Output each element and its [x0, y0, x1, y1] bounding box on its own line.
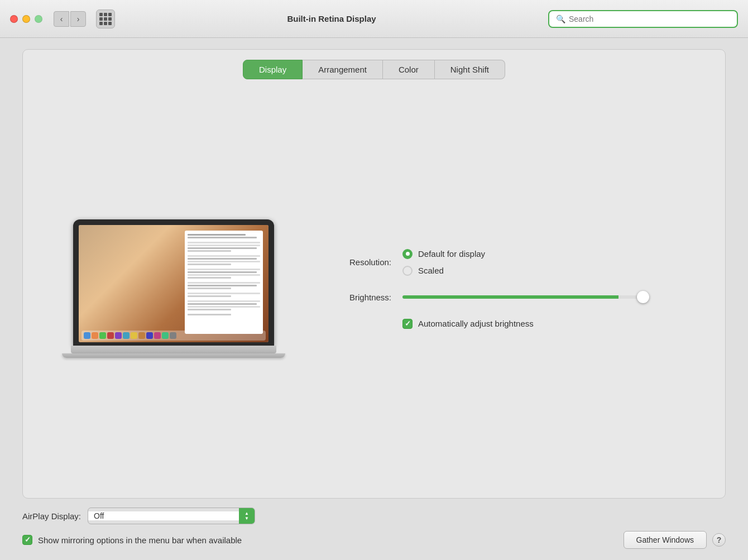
dock-icon — [146, 332, 153, 339]
search-box[interactable]: 🔍 — [548, 10, 738, 28]
window-title: Built-in Retina Display — [122, 14, 541, 23]
resolution-scaled-label: Scaled — [418, 266, 444, 275]
bottom-actions: Gather Windows ? — [624, 531, 726, 549]
panel: Display Arrangement Color Night Shift — [22, 49, 726, 499]
tab-display[interactable]: Display — [243, 60, 303, 79]
bottom-controls: AirPlay Display: Off ▲ ▼ ✓ Show mirrorin… — [22, 499, 726, 549]
airplay-row: AirPlay Display: Off ▲ ▼ — [22, 508, 726, 524]
grid-button[interactable] — [96, 9, 115, 28]
minimize-button[interactable] — [22, 15, 30, 23]
settings-area: Resolution: Default for display Scaled — [291, 249, 692, 329]
mirroring-gather-row: ✓ Show mirroring options in the menu bar… — [22, 531, 726, 549]
brightness-row: Brightness: — [324, 293, 692, 302]
laptop-foot — [62, 353, 285, 358]
airplay-label: AirPlay Display: — [22, 511, 81, 521]
dock-icon — [162, 332, 169, 339]
back-button[interactable]: ‹ — [54, 11, 69, 27]
resolution-label: Resolution: — [324, 257, 391, 267]
resolution-row: Resolution: Default for display Scaled — [324, 249, 692, 276]
mirroring-row: ✓ Show mirroring options in the menu bar… — [22, 535, 242, 545]
resolution-default-option[interactable]: Default for display — [402, 249, 485, 259]
resolution-scaled-radio[interactable] — [402, 266, 413, 276]
dock-icon — [131, 332, 137, 339]
brightness-slider[interactable] — [402, 295, 648, 299]
tab-night-shift[interactable]: Night Shift — [435, 60, 505, 79]
airplay-value: Off — [88, 511, 239, 520]
dock-icon — [115, 332, 122, 339]
resolution-options: Default for display Scaled — [402, 249, 485, 276]
brightness-thumb[interactable] — [637, 291, 649, 303]
airplay-dropdown[interactable]: Off ▲ ▼ — [88, 508, 255, 524]
nav-buttons: ‹ › — [54, 11, 86, 27]
laptop-screen-outer — [73, 219, 274, 346]
tab-color[interactable]: Color — [383, 60, 435, 79]
dock-icon — [138, 332, 145, 339]
dock-icon — [123, 332, 130, 339]
laptop-illustration — [56, 219, 291, 358]
dock-icon — [92, 332, 98, 339]
tabs-bar: Display Arrangement Color Night Shift — [23, 50, 725, 79]
dock-icon — [84, 332, 90, 339]
titlebar: ‹ › Built-in Retina Display 🔍 — [0, 0, 748, 38]
tab-arrangement[interactable]: Arrangement — [303, 60, 383, 79]
search-icon: 🔍 — [556, 15, 565, 23]
panel-body: Resolution: Default for display Scaled — [23, 79, 725, 498]
dock-icon — [99, 332, 106, 339]
dropdown-arrow-icon[interactable]: ▲ ▼ — [239, 508, 255, 524]
grid-icon — [99, 13, 112, 25]
dock-icon — [107, 332, 114, 339]
forward-button[interactable]: › — [70, 11, 86, 27]
dock-icon — [170, 332, 176, 339]
checkmark-icon: ✓ — [405, 319, 411, 328]
brightness-label: Brightness: — [324, 293, 391, 302]
close-button[interactable] — [10, 15, 18, 23]
dock — [81, 331, 266, 341]
checkmark-icon: ✓ — [25, 535, 31, 544]
resolution-scaled-option[interactable]: Scaled — [402, 266, 485, 276]
laptop-base — [71, 346, 276, 353]
auto-brightness-checkbox[interactable]: ✓ — [402, 319, 413, 329]
mirroring-checkbox[interactable]: ✓ — [22, 535, 32, 545]
screen-content — [185, 231, 263, 334]
help-button[interactable]: ? — [712, 533, 726, 547]
search-input[interactable] — [569, 15, 730, 23]
resolution-default-radio[interactable] — [402, 249, 413, 259]
auto-brightness-label: Automatically adjust brightness — [418, 319, 534, 328]
auto-brightness-row: ✓ Automatically adjust brightness — [402, 319, 692, 329]
laptop — [73, 219, 274, 358]
maximize-button[interactable] — [35, 15, 42, 23]
laptop-screen — [79, 225, 268, 342]
main-content: Display Arrangement Color Night Shift — [0, 38, 748, 560]
gather-windows-button[interactable]: Gather Windows — [624, 531, 707, 549]
dock-icon — [154, 332, 161, 339]
traffic-lights — [10, 15, 42, 23]
resolution-default-label: Default for display — [418, 249, 485, 259]
mirroring-label: Show mirroring options in the menu bar w… — [38, 535, 242, 545]
